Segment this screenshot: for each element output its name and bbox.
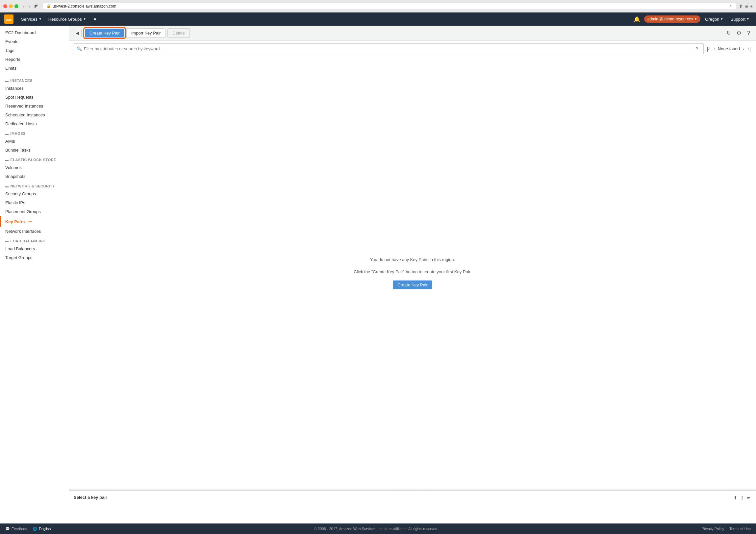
- search-bar: 🔍 ? |‹ ‹ None found › ›|: [69, 41, 756, 57]
- sidebar-item-snapshots[interactable]: Snapshots: [0, 172, 69, 181]
- key-pairs-arrow-icon: ←: [27, 218, 33, 225]
- tab-layout-button[interactable]: ◤: [33, 3, 40, 10]
- feedback-button[interactable]: 💬 Feedback: [5, 527, 27, 531]
- privacy-policy-link[interactable]: Privacy Policy: [702, 527, 724, 531]
- back-button[interactable]: ‹: [21, 3, 26, 10]
- collapse-sidebar-button[interactable]: ◀: [73, 29, 82, 37]
- bottom-panel-icons: ▮ ▯ ▰: [733, 494, 751, 500]
- language-button[interactable]: 🌐 English: [33, 527, 51, 531]
- pin-button[interactable]: ✦: [90, 14, 100, 24]
- images-collapse-icon[interactable]: ▬: [5, 132, 9, 136]
- bottom-panel-title: Select a key pair: [74, 495, 107, 500]
- support-caret-icon: ▼: [746, 17, 749, 21]
- panel-icon-3[interactable]: ▰: [745, 494, 751, 500]
- services-menu[interactable]: Services ▼: [18, 15, 45, 24]
- resource-groups-caret-icon: ▼: [83, 17, 86, 21]
- delete-button: Delete: [168, 28, 190, 38]
- refresh-button[interactable]: ↻: [724, 29, 733, 38]
- support-label: Support: [731, 17, 746, 22]
- import-key-pair-button[interactable]: Import Key Pair: [126, 28, 166, 38]
- sidebar-item-reserved-instances[interactable]: Reserved Instances: [0, 102, 69, 111]
- sidebar-item-security-groups[interactable]: Security Groups: [0, 190, 69, 198]
- pagination-next-button[interactable]: ›: [741, 46, 745, 52]
- top-nav: AWS Services ▼ Resource Groups ▼ ✦ 🔔 adm…: [0, 13, 756, 26]
- sidebar-item-elastic-ips[interactable]: Elastic IPs: [0, 198, 69, 207]
- empty-create-key-pair-button[interactable]: Create Key Pair: [393, 280, 432, 289]
- sidebar-toggle-button[interactable]: +: [750, 4, 753, 9]
- account-caret-icon: ▼: [694, 17, 697, 21]
- sidebar: EC2 Dashboard Events Tags Reports Limits…: [0, 26, 69, 523]
- network-section-label: NETWORK & SECURITY: [11, 184, 55, 188]
- share-button[interactable]: ⬆: [739, 4, 743, 9]
- network-collapse-icon[interactable]: ▬: [5, 185, 9, 188]
- search-help-button[interactable]: ?: [694, 45, 700, 52]
- pagination-last-button[interactable]: ›|: [747, 46, 752, 52]
- sidebar-item-bundle-tasks[interactable]: Bundle Tasks: [0, 146, 69, 155]
- browser-nav: ‹ › ◤: [21, 3, 40, 10]
- instances-collapse-icon[interactable]: ▬: [5, 79, 9, 83]
- language-globe-icon: 🌐: [33, 527, 37, 531]
- minimize-window-button[interactable]: [9, 4, 13, 8]
- footer-copyright: © 2008 - 2017, Amazon Web Services, Inc.…: [314, 527, 438, 531]
- sidebar-item-reports[interactable]: Reports: [0, 55, 69, 64]
- footer-right: Privacy Policy Terms of Use: [702, 527, 751, 531]
- instances-section-label: INSTANCES: [11, 79, 33, 83]
- sidebar-section-instances: ▬ INSTANCES: [0, 75, 69, 84]
- services-label: Services: [21, 17, 38, 22]
- pagination-result: None found: [718, 46, 740, 51]
- empty-state-message2: Click the "Create Key Pair" button to cr…: [354, 268, 472, 275]
- maximize-window-button[interactable]: [14, 4, 18, 8]
- load-balancing-collapse-icon[interactable]: ▬: [5, 240, 9, 243]
- lock-icon: 🔒: [46, 4, 51, 8]
- pagination-first-button[interactable]: |‹: [706, 46, 711, 52]
- panel-icon-1[interactable]: ▮: [733, 494, 738, 500]
- reload-icon[interactable]: ↻: [729, 4, 733, 9]
- sidebar-item-network-interfaces[interactable]: Network Interfaces: [0, 227, 69, 236]
- panel-icon-2[interactable]: ▯: [739, 494, 744, 500]
- help-button[interactable]: ?: [745, 29, 752, 38]
- toolbar: ◀ Create Key Pair Import Key Pair Delete…: [69, 26, 756, 41]
- url-text: us-west-2.console.aws.amazon.com: [53, 4, 116, 9]
- ebs-collapse-icon[interactable]: ▬: [5, 158, 9, 162]
- region-menu[interactable]: Oregon ▼: [702, 15, 726, 24]
- terms-of-use-link[interactable]: Terms of Use: [729, 527, 751, 531]
- sidebar-top-items: EC2 Dashboard Events Tags Reports Limits: [0, 26, 69, 75]
- search-input[interactable]: [84, 46, 692, 51]
- sidebar-item-volumes[interactable]: Volumes: [0, 163, 69, 172]
- create-key-pair-button[interactable]: Create Key Pair: [85, 29, 124, 38]
- sidebar-item-placement-groups[interactable]: Placement Groups: [0, 207, 69, 216]
- footer: 💬 Feedback 🌐 English © 2008 - 2017, Amaz…: [0, 523, 756, 534]
- settings-button[interactable]: ⚙: [735, 29, 743, 38]
- search-icon: 🔍: [77, 46, 82, 51]
- region-caret-icon: ▼: [720, 17, 723, 21]
- sidebar-item-tags[interactable]: Tags: [0, 46, 69, 55]
- support-menu[interactable]: Support ▼: [728, 15, 752, 24]
- sidebar-item-ec2-dashboard[interactable]: EC2 Dashboard: [0, 28, 69, 37]
- new-tab-button[interactable]: ⊞: [744, 4, 748, 9]
- empty-state: You do not have any Key Pairs in this re…: [69, 57, 756, 489]
- nav-right: 🔔 admin @ demo-resources ▼ Oregon ▼ Supp…: [632, 14, 752, 24]
- forward-button[interactable]: ›: [27, 3, 32, 10]
- sidebar-section-network-security: ▬ NETWORK & SECURITY: [0, 181, 69, 190]
- main-layout: EC2 Dashboard Events Tags Reports Limits…: [0, 26, 756, 523]
- sidebar-item-key-pairs[interactable]: Key Pairs ←: [0, 216, 69, 227]
- sidebar-item-target-groups[interactable]: Target Groups: [0, 253, 69, 262]
- sidebar-item-spot-requests[interactable]: Spot Requests: [0, 93, 69, 102]
- feedback-chat-icon: 💬: [5, 527, 10, 531]
- sidebar-item-load-balancers[interactable]: Load Balancers: [0, 244, 69, 253]
- services-caret-icon: ▼: [39, 17, 42, 21]
- close-window-button[interactable]: [3, 4, 7, 8]
- notifications-bell-icon[interactable]: 🔔: [632, 14, 642, 24]
- footer-left: 💬 Feedback 🌐 English: [5, 527, 51, 531]
- url-bar[interactable]: 🔒 us-west-2.console.aws.amazon.com ↻: [43, 3, 736, 10]
- sidebar-item-scheduled-instances[interactable]: Scheduled Instances: [0, 111, 69, 119]
- pagination-prev-button[interactable]: ‹: [712, 46, 716, 52]
- sidebar-item-amis[interactable]: AMIs: [0, 137, 69, 146]
- sidebar-item-limits[interactable]: Limits: [0, 64, 69, 73]
- sidebar-item-dedicated-hosts[interactable]: Dedicated Hosts: [0, 119, 69, 128]
- images-section-label: IMAGES: [11, 132, 26, 136]
- resource-groups-menu[interactable]: Resource Groups ▼: [45, 15, 90, 24]
- account-menu[interactable]: admin @ demo-resources ▼: [644, 15, 700, 23]
- sidebar-item-instances[interactable]: Instances: [0, 84, 69, 93]
- sidebar-item-events[interactable]: Events: [0, 37, 69, 46]
